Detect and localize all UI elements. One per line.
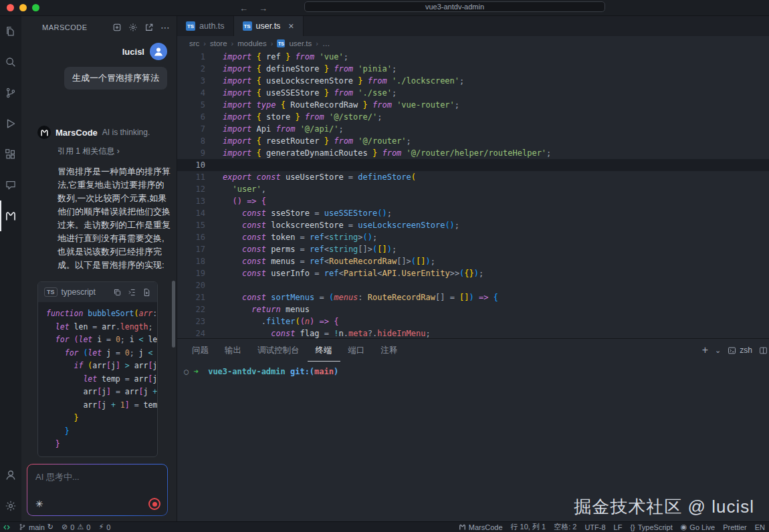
- close-window-button[interactable]: [7, 4, 14, 11]
- chevron-down-icon[interactable]: ⌄: [715, 346, 721, 355]
- editor-code-line[interactable]: 23 .filter((n) => {: [177, 315, 769, 327]
- editor-code-line[interactable]: 12 'user',: [177, 183, 769, 195]
- source-control-icon[interactable]: [0, 78, 21, 108]
- chat-input[interactable]: AI 思考中... ✳: [27, 464, 167, 515]
- editor-code-lines[interactable]: 1import { ref } from 'vue';2import { def…: [177, 51, 769, 338]
- sidebar-settings-icon[interactable]: [128, 23, 138, 32]
- bolt-icon: ⚡: [98, 523, 104, 531]
- terminal-shell-item[interactable]: zsh: [728, 346, 752, 355]
- git-branch-item[interactable]: main ↻: [19, 523, 53, 531]
- editor-code-line[interactable]: 5import type { RouteRecordRaw } from 'vu…: [177, 99, 769, 111]
- editor-code-line[interactable]: 24 const flag = !n.meta?.hideInMenu;: [177, 327, 769, 338]
- editor-code-line[interactable]: 14 const sseStore = useSSEStore();: [177, 207, 769, 219]
- breadcrumb-item[interactable]: src: [189, 39, 199, 47]
- new-chat-icon[interactable]: [112, 23, 122, 32]
- chat-icon[interactable]: [0, 170, 21, 201]
- go-live-item[interactable]: ◉ Go Live: [681, 523, 716, 531]
- breadcrumb-file[interactable]: user.ts: [289, 39, 312, 47]
- insert-code-icon[interactable]: [128, 288, 136, 297]
- chevron-right-icon: ›: [316, 39, 318, 47]
- account-row: lucisl: [21, 39, 177, 60]
- reference-link[interactable]: 引用 1 相关信息 ›: [58, 146, 171, 157]
- editor-code-line[interactable]: 21 const sortMenus = (menus: RouteRecord…: [177, 291, 769, 303]
- new-terminal-icon[interactable]: +: [702, 344, 708, 356]
- editor-code-line[interactable]: 3import { useLockscreenStore } from './l…: [177, 75, 769, 87]
- editor-code-line[interactable]: 10: [177, 159, 769, 171]
- panel-tab-2[interactable]: 调试控制台: [249, 339, 308, 362]
- remote-indicator[interactable]: [3, 523, 11, 531]
- editor-code-line[interactable]: 4import { useSSEStore } from './sse';: [177, 87, 769, 99]
- assistant-message: MarsCode AI is thinking. 引用 1 相关信息 › 冒泡排…: [21, 126, 177, 272]
- chat-code-line: for (let j = 0; j <: [46, 347, 157, 360]
- zoom-window-button[interactable]: [32, 4, 39, 11]
- watermark: 掘金技术社区 @ lucisl: [574, 495, 754, 519]
- editor-code-line[interactable]: 19 const userInfo = ref<Partial<API.User…: [177, 267, 769, 279]
- more-icon[interactable]: ⋯: [160, 24, 170, 31]
- breadcrumb-symbol[interactable]: …: [322, 39, 330, 47]
- editor-code-line[interactable]: 17 const perms = ref<string[]>([]);: [177, 243, 769, 255]
- panel-tab-4[interactable]: 端口: [340, 339, 373, 362]
- terminal-prompt-line: ○ ➜ vue3-antdv-admin git:(main): [184, 366, 769, 378]
- explorer-icon[interactable]: [0, 16, 21, 47]
- chat-input-placeholder: AI 思考中...: [35, 471, 80, 483]
- split-terminal-icon[interactable]: [759, 346, 768, 355]
- copy-code-icon[interactable]: [113, 288, 122, 297]
- editor-code-line[interactable]: 9import { generateDynamicRoutes } from '…: [177, 147, 769, 159]
- panel-tab-3[interactable]: 终端: [308, 339, 340, 362]
- settings-gear-icon[interactable]: [0, 491, 21, 521]
- editor-code-line[interactable]: 16 const token = ref<string>();: [177, 231, 769, 243]
- nav-forward-icon[interactable]: →: [259, 3, 267, 13]
- nav-back-icon[interactable]: ←: [239, 3, 248, 13]
- editor-code-line[interactable]: 18 const menus = ref<RouteRecordRaw[]>([…: [177, 255, 769, 267]
- new-file-code-icon[interactable]: [142, 288, 151, 297]
- marscode-status-item[interactable]: MarsCode: [459, 523, 503, 531]
- share-icon[interactable]: [144, 23, 154, 32]
- editor-code-line[interactable]: 1import { ref } from 'vue';: [177, 51, 769, 63]
- marscode-icon[interactable]: [0, 201, 21, 231]
- editor-code-line[interactable]: 6import { store } from '@/store/';: [177, 111, 769, 123]
- sync-icon: ↻: [47, 523, 53, 531]
- tab-auth-ts[interactable]: TS auth.ts: [177, 16, 234, 36]
- panel-tab-0[interactable]: 问题: [184, 339, 217, 362]
- extensions-icon[interactable]: [0, 139, 21, 170]
- breadcrumb-item[interactable]: store: [210, 39, 227, 47]
- minimize-window-button[interactable]: [19, 4, 27, 11]
- sidebar-scrollbar[interactable]: [172, 281, 175, 348]
- typescript-file-icon: TS: [277, 39, 285, 47]
- language-mode-item[interactable]: {} TypeScript: [630, 523, 672, 531]
- eol-item[interactable]: LF: [614, 523, 623, 531]
- editor-code-line[interactable]: 13 () => {: [177, 195, 769, 207]
- go-live-label: Go Live: [689, 523, 715, 531]
- avatar[interactable]: [150, 43, 167, 60]
- run-debug-icon[interactable]: [0, 108, 21, 139]
- indentation-item[interactable]: 空格: 2: [554, 522, 576, 532]
- terminal[interactable]: ○ ➜ vue3-antdv-admin git:(main): [177, 362, 769, 378]
- cursor-position-item[interactable]: 行 10, 列 1: [511, 522, 546, 532]
- line-number: 13: [177, 195, 205, 207]
- panel-tab-5[interactable]: 注释: [373, 339, 406, 362]
- editor-code-line[interactable]: 8import { resetRouter } from '@/router';: [177, 135, 769, 147]
- panel-tab-1[interactable]: 输出: [217, 339, 249, 362]
- sidebar-header: MARSCODE ⋯: [21, 16, 177, 39]
- breadcrumb-item[interactable]: modules: [237, 39, 266, 47]
- editor-code-line[interactable]: 2import { defineStore } from 'pinia';: [177, 63, 769, 75]
- ime-item[interactable]: EN: [755, 523, 765, 531]
- editor-code-line[interactable]: 20: [177, 279, 769, 291]
- ports-item[interactable]: ⚡ 0: [98, 523, 110, 531]
- status-bar: main ↻ ⊘ 0 ⚠ 0 ⚡ 0 MarsCode 行 10, 列 1 空格…: [0, 521, 769, 532]
- account-icon[interactable]: [0, 460, 21, 491]
- stop-generation-button[interactable]: [148, 498, 160, 510]
- close-tab-icon[interactable]: ×: [288, 22, 294, 30]
- editor-code-line[interactable]: 22 return menus: [177, 303, 769, 315]
- problems-item[interactable]: ⊘ 0 ⚠ 0: [62, 523, 90, 531]
- encoding-item[interactable]: UTF-8: [584, 523, 605, 531]
- search-icon[interactable]: [0, 47, 21, 78]
- tab-user-ts[interactable]: TS user.ts ×: [234, 16, 304, 36]
- editor-code-line[interactable]: 15 const lockscreenStore = useLockscreen…: [177, 219, 769, 231]
- line-number: 24: [177, 327, 205, 338]
- stop-dot: [152, 502, 157, 507]
- editor-code-line[interactable]: 7import Api from '@/api/';: [177, 123, 769, 135]
- command-center[interactable]: vue3-antdv-admin: [304, 1, 605, 12]
- editor-code-line[interactable]: 11export const useUserStore = defineStor…: [177, 171, 769, 183]
- prettier-item[interactable]: Prettier: [723, 523, 746, 531]
